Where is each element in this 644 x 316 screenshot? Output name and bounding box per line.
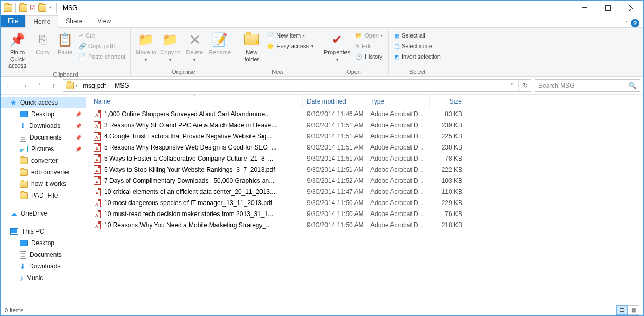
file-row[interactable]: 4 Google Trust Factors that Provide Nega… — [86, 131, 643, 142]
rename-button[interactable]: 📝 Rename — [207, 30, 232, 57]
qat-dropdown-icon[interactable]: ▾ — [49, 5, 51, 10]
file-row[interactable]: 5 Ways to Stop Killing Your Website Rank… — [86, 164, 643, 175]
search-input[interactable]: Search MSG 🔍 — [535, 79, 640, 92]
chevron-right-icon[interactable]: › — [74, 83, 79, 88]
status-item-count: 0 items — [5, 307, 23, 313]
view-large-icons-button[interactable]: ▦ — [628, 305, 639, 315]
nav-desktop[interactable]: Desktop📌 — [1, 108, 86, 120]
new-item-icon: 📄 — [267, 32, 274, 39]
nav-forward-button[interactable]: → — [18, 80, 30, 91]
file-row[interactable]: 10 must-read tech decision maker stories… — [86, 208, 643, 219]
ribbon-collapse-icon[interactable]: ˄ — [625, 21, 628, 26]
pdf-icon — [94, 210, 101, 218]
tab-home[interactable]: Home — [25, 15, 58, 28]
nav-converter[interactable]: converter — [1, 155, 86, 166]
col-header-name[interactable]: Name ˄ — [86, 95, 303, 108]
copy-button[interactable]: ⎘ Copy — [32, 30, 53, 57]
select-all-button[interactable]: ▦Select all — [392, 30, 443, 41]
copy-path-button[interactable]: 🔗Copy path — [77, 41, 127, 51]
paste-button[interactable]: 📋 Paste — [54, 30, 76, 57]
minimize-button[interactable] — [572, 1, 596, 15]
delete-button[interactable]: ✕ Delete▾ — [183, 30, 206, 63]
nav-music[interactable]: ♪Music — [1, 272, 86, 284]
open-button[interactable]: 📂Open ▾ — [353, 30, 385, 41]
nav-pad-file[interactable]: PAD_FIle — [1, 190, 86, 201]
file-row[interactable]: 1,000 Online Shoppers Surveyed About Car… — [86, 108, 643, 119]
copy-to-button[interactable]: 📁 Copy to ▾ — [158, 30, 182, 63]
select-none-icon: ▢ — [394, 43, 399, 50]
close-button[interactable] — [620, 1, 643, 15]
nav-downloads[interactable]: ⬇Downloads📌 — [1, 120, 86, 132]
file-row[interactable]: 7 Days of Complimentary Downloads_ 50,00… — [86, 175, 643, 186]
help-icon[interactable]: ? — [631, 19, 639, 27]
col-header-date[interactable]: Date modified — [303, 95, 366, 108]
cut-button[interactable]: ✂Cut — [77, 30, 127, 41]
nav-documents-2[interactable]: Documents — [1, 249, 86, 261]
group-label-new: New — [239, 68, 315, 76]
chevron-right-icon[interactable]: › — [106, 83, 110, 88]
nav-quick-access[interactable]: ★Quick access — [1, 97, 86, 108]
paste-shortcut-button[interactable]: 📄Paste shortcut — [77, 51, 127, 62]
file-type: Adobe Acrobat D... — [366, 133, 430, 140]
qat-check-icon[interactable]: ☑ — [29, 4, 37, 12]
new-item-button[interactable]: 📄New item ▾ — [265, 30, 315, 41]
nav-desktop-2[interactable]: Desktop — [1, 237, 86, 249]
file-name: 5 Ways to Stop Killing Your Website Rank… — [104, 166, 275, 173]
file-row[interactable]: 10 critical elements of an efficient dat… — [86, 186, 643, 197]
refresh-button[interactable]: ↻ — [518, 80, 531, 91]
tab-file[interactable]: File — [1, 15, 25, 27]
edit-button[interactable]: ✎Edit — [353, 41, 385, 51]
file-size: 103 KB — [430, 177, 466, 184]
file-date: 9/30/2014 11:51 AM — [303, 122, 366, 129]
view-details-button[interactable]: ☰ — [616, 305, 628, 315]
nav-recent-dropdown[interactable]: ˅ — [33, 80, 45, 91]
file-row[interactable]: 10 Reasons Why You Need a Mobile Marketi… — [86, 219, 643, 230]
breadcrumb-seg-1[interactable]: MSG — [115, 82, 129, 89]
nav-up-button[interactable]: ↑ — [48, 80, 60, 91]
file-list-pane: Name ˄ Date modified Type Size 1,000 Onl… — [86, 95, 643, 304]
nav-onedrive[interactable]: ☁OneDrive — [1, 208, 86, 219]
file-size: 222 KB — [430, 166, 466, 173]
tab-share[interactable]: Share — [58, 15, 90, 27]
select-all-icon: ▦ — [394, 32, 399, 39]
desktop-icon — [20, 111, 28, 117]
easy-access-button[interactable]: ⭐Easy access ▾ — [265, 41, 315, 51]
file-row[interactable]: 3 Reasons Why SEO and PPC Are a Match Ma… — [86, 119, 643, 131]
history-button[interactable]: 🕑History — [353, 51, 385, 62]
pin-icon: 📌 — [75, 123, 81, 129]
nav-edb-converter[interactable]: edb converter — [1, 166, 86, 178]
file-row[interactable]: 5 Ways to Foster a Collaborative Company… — [86, 153, 643, 164]
file-row[interactable]: 10 most dangerous species of IT manager_… — [86, 197, 643, 208]
nav-this-pc[interactable]: This PC — [1, 226, 86, 237]
address-bar[interactable]: › msg-pdf› MSG ˅ ↻ — [63, 79, 531, 92]
qat-newfolder-icon[interactable] — [38, 4, 46, 12]
pdf-icon — [94, 199, 101, 207]
col-header-type[interactable]: Type — [366, 95, 430, 108]
explorer-window: ☑ ▾ MSG File Home Share View ˄ ? — [0, 0, 644, 316]
breadcrumb-seg-0[interactable]: msg-pdf — [83, 82, 106, 89]
pdf-icon — [94, 188, 101, 196]
history-icon: 🕑 — [355, 53, 362, 60]
nav-back-button[interactable]: ← — [4, 80, 15, 91]
nav-documents[interactable]: Documents📌 — [1, 132, 86, 143]
pdf-icon — [94, 132, 101, 141]
new-folder-button[interactable]: New folder — [239, 30, 264, 63]
select-none-button[interactable]: ▢Select none — [392, 41, 443, 51]
pin-to-quick-access-button[interactable]: 📌 Pin to Quick access — [4, 30, 31, 70]
navigation-pane[interactable]: ★Quick access Desktop📌 ⬇Downloads📌 Docum… — [1, 95, 86, 304]
nav-how-it-works[interactable]: how it works — [1, 178, 86, 190]
file-date: 9/30/2014 11:50 AM — [303, 221, 366, 229]
nav-downloads-2[interactable]: ⬇Downloads — [1, 261, 86, 272]
properties-button[interactable]: ✔ Properties▾ — [322, 30, 352, 63]
col-header-size[interactable]: Size — [430, 95, 466, 108]
file-date: 9/30/2014 11:52 AM — [303, 177, 366, 184]
qat-properties-icon[interactable] — [19, 4, 27, 12]
file-row[interactable]: 5 Reasons Why Responsive Web Design is G… — [86, 142, 643, 153]
invert-selection-button[interactable]: ◩Invert selection — [392, 51, 443, 62]
maximize-button[interactable] — [596, 1, 620, 15]
move-to-button[interactable]: 📁 Move to ▾ — [134, 30, 157, 63]
pdf-icon — [94, 110, 101, 118]
tab-view[interactable]: View — [90, 15, 118, 27]
nav-pictures[interactable]: Pictures📌 — [1, 143, 86, 155]
address-dropdown-button[interactable]: ˅ — [506, 80, 518, 91]
